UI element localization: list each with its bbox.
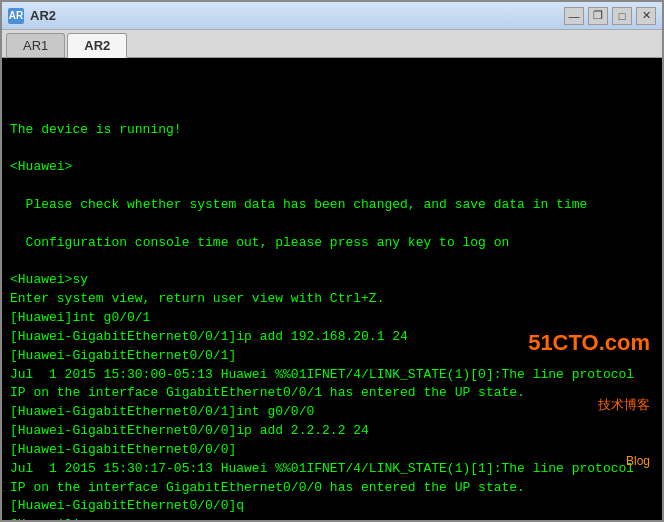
minimize-button[interactable]: — — [564, 7, 584, 25]
terminal-line: <Huawei>sy — [10, 271, 654, 290]
maximize-button[interactable]: □ — [612, 7, 632, 25]
window-title: AR2 — [30, 8, 56, 23]
title-bar: AR AR2 — ❐ □ ✕ — [2, 2, 662, 30]
terminal-line: [Huawei-GigabitEthernet0/0/0]q — [10, 497, 654, 516]
terminal-line: [Huawei-GigabitEthernet0/0/0]ip add 2.2.… — [10, 422, 654, 441]
terminal-lines: The device is running! <Huawei> Please c… — [10, 121, 654, 520]
title-bar-left: AR AR2 — [8, 8, 56, 24]
tab-ar1[interactable]: AR1 — [6, 33, 65, 57]
restore-button[interactable]: ❐ — [588, 7, 608, 25]
terminal-line: IP on the interface GigabitEthernet0/0/0… — [10, 479, 654, 498]
terminal-line: The device is running! — [10, 121, 654, 140]
terminal-line — [10, 252, 654, 271]
terminal-line: Enter system view, return user view with… — [10, 290, 654, 309]
terminal-line — [10, 177, 654, 196]
terminal-line: [Huawei-GigabitEthernet0/0/0] — [10, 441, 654, 460]
terminal-line: Jul 1 2015 15:30:17-05:13 Huawei %%01IFN… — [10, 460, 654, 479]
terminal-output[interactable]: The device is running! <Huawei> Please c… — [2, 58, 662, 520]
app-icon: AR — [8, 8, 24, 24]
main-window: AR AR2 — ❐ □ ✕ AR1 AR2 The device is run… — [0, 0, 664, 522]
terminal-line: [Huawei-GigabitEthernet0/0/1]int g0/0/0 — [10, 403, 654, 422]
terminal-line — [10, 139, 654, 158]
terminal-line: Please check whether system data has bee… — [10, 196, 654, 215]
terminal-line: [Huawei-GigabitEthernet0/0/1] — [10, 347, 654, 366]
tab-ar2[interactable]: AR2 — [67, 33, 127, 58]
terminal-line: <Huawei> — [10, 158, 654, 177]
terminal-line: [Huawei]int g0/0/1 — [10, 309, 654, 328]
close-button[interactable]: ✕ — [636, 7, 656, 25]
terminal-line: [Huawei-GigabitEthernet0/0/1]ip add 192.… — [10, 328, 654, 347]
terminal-line — [10, 215, 654, 234]
window-controls: — ❐ □ ✕ — [564, 7, 656, 25]
terminal-line: [Huawei]ip rou — [10, 516, 654, 520]
terminal-line: Jul 1 2015 15:30:00-05:13 Huawei %%01IFN… — [10, 366, 654, 385]
tab-bar: AR1 AR2 — [2, 30, 662, 58]
terminal-line: Configuration console time out, please p… — [10, 234, 654, 253]
terminal-line: IP on the interface GigabitEthernet0/0/1… — [10, 384, 654, 403]
